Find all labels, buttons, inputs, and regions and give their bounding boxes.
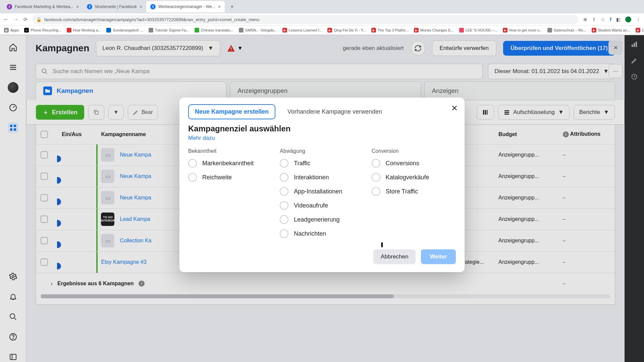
bookmark-item[interactable]: ▶Lessons Learned f... <box>282 28 322 33</box>
goal-label: Nachrichten <box>294 230 326 237</box>
modal-tab-existing[interactable]: Vorhandene Kampagne verwenden <box>281 105 388 119</box>
learn-more-link[interactable]: Mehr dazu <box>188 135 456 141</box>
radio-icon <box>372 173 380 182</box>
bookmark-item[interactable]: LEE 'S HOUSE—... <box>459 28 498 33</box>
mouse-cursor: ❚ <box>380 242 383 246</box>
bookmark-icon <box>149 28 153 33</box>
forward-icon[interactable]: → <box>13 16 19 22</box>
goal-label: App-Installationen <box>294 188 342 195</box>
bookmark-item[interactable]: Sonderangebot! ... <box>106 28 143 33</box>
ext-fb-icon[interactable]: f <box>610 17 611 22</box>
yt-icon: ▶ <box>414 28 419 33</box>
kebab-icon[interactable]: ⋮ <box>636 17 641 22</box>
goal-option[interactable]: Nachrichten <box>280 229 364 238</box>
favicon-icon: f <box>87 4 92 9</box>
address-bar: ← → ⟳ 🔒 facebook.com/adsmanager/manage/c… <box>0 13 644 25</box>
new-tab-button[interactable]: + <box>227 2 237 11</box>
goal-col-title: Conversion <box>372 148 456 154</box>
radio-icon <box>280 215 288 224</box>
bookmark-item[interactable]: Chinese translatio... <box>195 28 233 33</box>
yt-icon: ▶ <box>592 28 596 33</box>
bookmark-item[interactable]: How Working a... <box>67 28 101 33</box>
bookmark-item[interactable]: OPhone Recycling... <box>24 28 61 33</box>
bookmark-item[interactable]: ▶Qing Fei De Yi - Y... <box>327 28 366 33</box>
goal-col-awareness: Bekanntheit MarkenbekanntheitReichweite <box>188 148 272 243</box>
grid-icon: ▦ <box>4 28 9 33</box>
browser-chrome: f Facebook Marketing & Werbea... × f Mus… <box>0 0 644 35</box>
back-icon[interactable]: ← <box>3 16 9 22</box>
goal-label: Traffic <box>294 160 310 167</box>
close-icon[interactable]: × <box>76 4 79 9</box>
goal-label: Markenbekanntheit <box>202 160 254 167</box>
goal-label: Interaktionen <box>294 174 329 181</box>
bookmark-item[interactable]: ▶Money Changes E... <box>414 28 454 33</box>
goal-option[interactable]: Videoaufrufe <box>280 201 364 210</box>
goal-option[interactable]: Interaktionen <box>280 173 364 182</box>
tab-title: Musterseite | Facebook <box>95 4 137 9</box>
bookmark-icon <box>67 28 71 33</box>
browser-tab-3[interactable]: f Werbeanzeigenmanager - We... × <box>146 1 225 12</box>
next-button[interactable]: Weiter <box>421 249 456 264</box>
favicon-icon: f <box>7 4 12 9</box>
goal-col-title: Bekanntheit <box>188 148 272 154</box>
goal-label: Conversions <box>386 160 419 167</box>
browser-tab-2[interactable]: f Musterseite | Facebook × <box>83 1 146 12</box>
yt-icon: ▶ <box>371 28 376 33</box>
bookmark-icon <box>195 28 199 33</box>
bookmark-icon <box>239 28 244 33</box>
radio-icon <box>280 229 288 238</box>
bookmark-item[interactable]: GMSN, - Vologda... <box>239 28 277 33</box>
star-icon[interactable]: ☆ <box>601 17 605 22</box>
radio-icon <box>280 173 288 182</box>
bookmark-item[interactable]: ▶Student Wants an... <box>592 28 630 33</box>
modal-overlay: Neue Kampagne erstellen Vorhandene Kampa… <box>0 35 644 362</box>
close-icon[interactable]: ✕ <box>451 104 458 113</box>
bookmark-item[interactable]: ▶(2) How To Add A... <box>636 28 644 33</box>
ext-icon[interactable]: ◧ <box>616 17 621 22</box>
yt-icon: ▶ <box>503 28 507 33</box>
bookmark-item[interactable]: Tutorial: Eigene Fa... <box>149 28 189 33</box>
modal-actions: Abbrechen Weiter <box>188 249 456 264</box>
profile-icon[interactable] <box>625 16 631 22</box>
bookmarks-bar: ▦Apps OPhone Recycling... How Working a.… <box>0 25 644 35</box>
goal-option[interactable]: Store Traffic <box>372 187 456 196</box>
url-input[interactable]: 🔒 facebook.com/adsmanager/manage/campaig… <box>32 15 579 24</box>
bookmark-icon <box>106 28 111 33</box>
goal-option[interactable]: Katalogverkäufe <box>372 173 456 182</box>
goal-option[interactable]: Reichweite <box>188 173 272 182</box>
cancel-button[interactable]: Abbrechen <box>373 249 416 264</box>
radio-icon <box>372 159 380 168</box>
modal-title: Kampagnenziel auswählen <box>188 124 456 133</box>
tab-strip: f Facebook Marketing & Werbea... × f Mus… <box>0 0 644 13</box>
yt-icon: ▶ <box>327 28 332 33</box>
bookmark-icon: O <box>24 28 29 33</box>
browser-tab-1[interactable]: f Facebook Marketing & Werbea... × <box>3 1 83 12</box>
airbnb-icon <box>459 28 464 33</box>
radio-icon <box>280 201 288 210</box>
goal-option[interactable]: Leadgenerierung <box>280 215 364 224</box>
apps-button[interactable]: ▦Apps <box>4 28 19 33</box>
radio-icon <box>188 159 197 168</box>
goal-label: Leadgenerierung <box>294 216 339 223</box>
close-icon[interactable]: × <box>218 4 221 9</box>
tab-title: Werbeanzeigenmanager - We... <box>158 4 215 9</box>
goal-label: Reichweite <box>202 174 232 181</box>
goal-option[interactable]: App-Installationen <box>280 187 364 196</box>
close-icon[interactable]: × <box>140 4 142 9</box>
radio-icon <box>188 173 197 182</box>
goal-option[interactable]: Markenbekanntheit <box>188 159 272 168</box>
favicon-icon: f <box>150 4 156 9</box>
goal-label: Videoaufrufe <box>294 202 328 209</box>
bookmark-item[interactable]: Datenschutz – Re... <box>547 28 586 33</box>
radio-icon <box>372 187 380 196</box>
reload-icon[interactable]: ⟳ <box>23 17 28 22</box>
bookmark-item[interactable]: ▶The Top 3 Platfor... <box>371 28 409 33</box>
yt-icon: ▶ <box>636 28 640 33</box>
zoom-icon[interactable]: ⊕ <box>583 17 587 22</box>
share-icon[interactable]: ⇪ <box>592 17 596 22</box>
goal-option[interactable]: Conversions <box>372 159 456 168</box>
modal-tab-new[interactable]: Neue Kampagne erstellen <box>188 104 275 119</box>
goal-option[interactable]: Traffic <box>280 159 364 168</box>
bookmark-item[interactable]: ▶How to get more v... <box>503 28 542 33</box>
tab-title: Facebook Marketing & Werbea... <box>15 4 73 9</box>
